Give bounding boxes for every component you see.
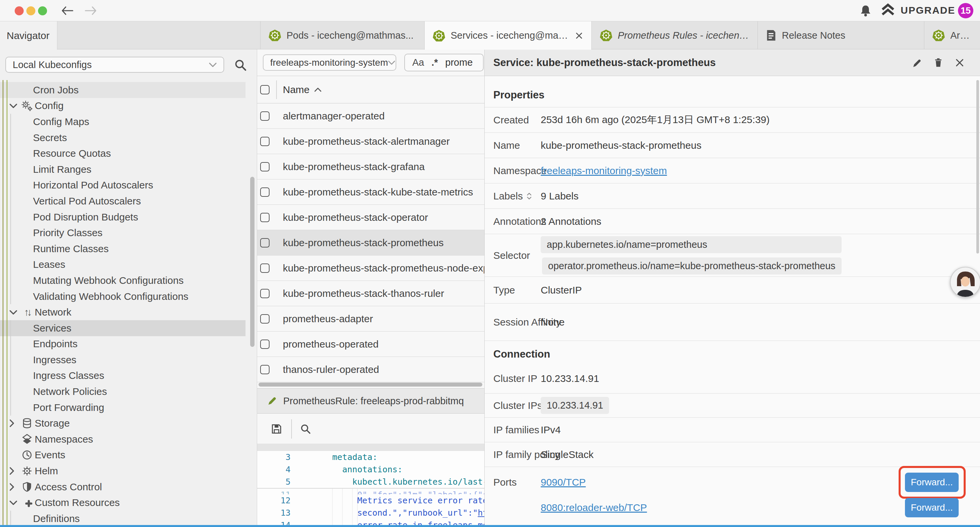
user-avatar[interactable]	[950, 267, 980, 298]
sidebar-tree-item[interactable]: Mutating Webhook Configurations	[0, 272, 245, 288]
table-row[interactable]: kube-prometheus-stack-thanos-ruler	[257, 281, 484, 306]
sidebar-tree-item[interactable]: Leases	[0, 257, 245, 273]
runbook-url-link[interactable]: https://net	[478, 508, 484, 517]
table-row[interactable]: prometheus-operated	[257, 331, 484, 357]
sidebar-tree-item[interactable]: Validating Webhook Configurations	[0, 288, 245, 304]
tab-release-notes[interactable]: Release Notes	[757, 21, 924, 49]
delete-trash-icon[interactable]	[933, 57, 943, 68]
port-link[interactable]: 9090/TCP	[541, 477, 586, 488]
tab-argo[interactable]: Argo Se	[924, 21, 980, 49]
sidebar-tree-item[interactable]: Definitions	[0, 511, 245, 525]
sidebar-tree-item[interactable]: Network Policies	[0, 384, 245, 400]
tab-pods[interactable]: Pods - icecheng@mathmas...	[260, 21, 424, 49]
sidebar-tree-item[interactable]: Resource Quotas	[0, 145, 245, 161]
forward-icon[interactable]	[84, 5, 97, 17]
row-checkbox[interactable]	[260, 213, 269, 222]
sidebar-tree-item[interactable]: Runtime Classes	[0, 241, 245, 257]
close-panel-icon[interactable]	[955, 58, 965, 68]
row-checkbox[interactable]	[260, 162, 269, 172]
maximize-window-button[interactable]	[38, 6, 47, 15]
row-checkbox[interactable]	[260, 188, 269, 197]
sidebar-tree-item[interactable]: Endpoints	[0, 336, 245, 352]
namespace-link[interactable]: freeleaps-monitoring-system	[541, 165, 667, 177]
sidebar-tree-item[interactable]: Ingresses	[0, 352, 245, 368]
chevron-icon[interactable]	[10, 467, 19, 475]
forward-button[interactable]: Forward...	[905, 473, 959, 492]
selector-chip[interactable]: app.kubernetes.io/name=prometheus	[541, 236, 842, 253]
name-column-header[interactable]: Name	[283, 76, 321, 103]
table-row[interactable]: alertmanager-operated	[257, 103, 484, 129]
table-row[interactable]: kube-prometheus-stack-kube-state-metrics	[257, 180, 484, 205]
back-icon[interactable]	[61, 5, 74, 17]
sidebar-tree-item[interactable]: Helm	[0, 463, 245, 479]
sidebar-tree-item[interactable]: Pod Disruption Budgets	[0, 209, 245, 225]
port-link[interactable]: 8080:reloader-web/TCP	[541, 502, 647, 513]
sidebar-search-icon[interactable]	[233, 57, 248, 73]
regex-toggle[interactable]: .*	[431, 57, 438, 68]
case-sensitive-toggle[interactable]: Aa	[412, 57, 424, 68]
kubeconfig-selector[interactable]: Local Kubeconfigs	[5, 57, 224, 73]
sidebar-tree-item[interactable]: Events	[0, 447, 245, 463]
row-checkbox[interactable]	[260, 263, 269, 273]
sidebar-scrollbar[interactable]	[250, 177, 255, 347]
sidebar-tree-item[interactable]: ↑↓ Network	[0, 304, 245, 320]
select-all-checkbox[interactable]	[260, 85, 269, 94]
table-row[interactable]: kube-prometheus-stack-alertmanager	[257, 129, 484, 154]
table-row[interactable]: thanos-ruler-operated	[257, 357, 484, 382]
table-horizontal-scrollbar[interactable]	[257, 382, 484, 387]
expand-collapse-icon[interactable]	[527, 192, 532, 200]
sidebar-tree-item[interactable]: Port Forwarding	[0, 400, 245, 416]
sidebar-tree-item[interactable]: Config Maps	[0, 114, 245, 130]
row-checkbox[interactable]	[260, 289, 269, 298]
row-checkbox[interactable]	[260, 339, 269, 349]
cluster-ips-chip[interactable]: 10.233.14.91	[541, 397, 609, 414]
sidebar-tree-item[interactable]: Secrets	[0, 130, 245, 146]
forward-button[interactable]: Forward...	[905, 498, 959, 517]
edit-pencil-icon[interactable]	[911, 57, 922, 68]
row-checkbox[interactable]	[260, 314, 269, 323]
navigator-panel-tab[interactable]: Navigator	[0, 21, 57, 50]
sidebar-tree-item[interactable]: Custom Resources	[0, 495, 245, 511]
chevron-icon[interactable]	[10, 483, 19, 491]
close-tab-icon[interactable]	[575, 31, 584, 40]
minimize-window-button[interactable]	[26, 6, 35, 15]
notification-count-badge[interactable]: 15	[958, 3, 973, 18]
editor-search-icon[interactable]	[300, 423, 311, 435]
row-checkbox[interactable]	[260, 137, 269, 146]
table-row[interactable]: kube-prometheus-stack-grafana	[257, 154, 484, 180]
table-row[interactable]: kube-prometheus-stack-prometheus-node-ex…	[257, 255, 484, 281]
chevron-icon[interactable]	[10, 103, 19, 108]
sidebar-tree-item[interactable]: Services	[0, 320, 245, 336]
sidebar-tree-item[interactable]: Cron Jobs	[0, 82, 245, 98]
chevron-icon[interactable]	[10, 310, 19, 315]
table-row[interactable]: kube-prometheus-stack-operator	[257, 205, 484, 230]
chevron-icon[interactable]	[10, 419, 19, 427]
tab-prometheus-rules[interactable]: Prometheus Rules - icecheng...	[592, 21, 757, 49]
table-row[interactable]: prometheus-adapter	[257, 306, 484, 331]
namespace-selector[interactable]: freeleaps-monitoring-system	[263, 54, 396, 71]
sidebar-tree-item[interactable]: Storage	[0, 415, 245, 431]
table-row[interactable]: kube-prometheus-stack-prometheus	[257, 230, 484, 255]
selector-chip[interactable]: operator.prometheus.io/name=kube-prometh…	[542, 258, 842, 274]
sidebar-tree-item[interactable]: Access Control	[0, 479, 245, 495]
editor-tab[interactable]: PrometheusRule: freeleaps-prod-rabbitmq	[257, 388, 484, 414]
sidebar-tree-item[interactable]: Horizontal Pod Autoscalers	[0, 177, 245, 193]
sidebar-tree-item[interactable]: Priority Classes	[0, 225, 245, 241]
row-checkbox[interactable]	[260, 238, 269, 247]
yaml-editor[interactable]: 3metadata: 4annotations: 5kubectl.kubern…	[257, 451, 484, 525]
sidebar-tree-item[interactable]: Namespaces	[0, 431, 245, 447]
notifications-bell-icon[interactable]	[859, 4, 872, 18]
save-icon[interactable]	[270, 423, 283, 435]
chevron-icon[interactable]	[10, 500, 19, 505]
row-checkbox[interactable]	[260, 365, 269, 374]
row-checkbox[interactable]	[260, 111, 269, 121]
filter-search-input[interactable]: Aa .* prome	[404, 54, 484, 72]
detail-scrollbar[interactable]	[976, 80, 979, 253]
upgrade-button[interactable]: UPGRADE	[881, 3, 955, 18]
sidebar-tree-item[interactable]: Config	[0, 98, 245, 114]
tab-services[interactable]: Services - icecheng@math...	[424, 21, 592, 50]
sidebar-tree-item[interactable]: Vertical Pod Autoscalers	[0, 193, 245, 209]
sidebar-tree-item[interactable]: Ingress Classes	[0, 368, 245, 384]
sidebar-tree-item[interactable]: Limit Ranges	[0, 161, 245, 177]
close-window-button[interactable]	[15, 6, 24, 15]
